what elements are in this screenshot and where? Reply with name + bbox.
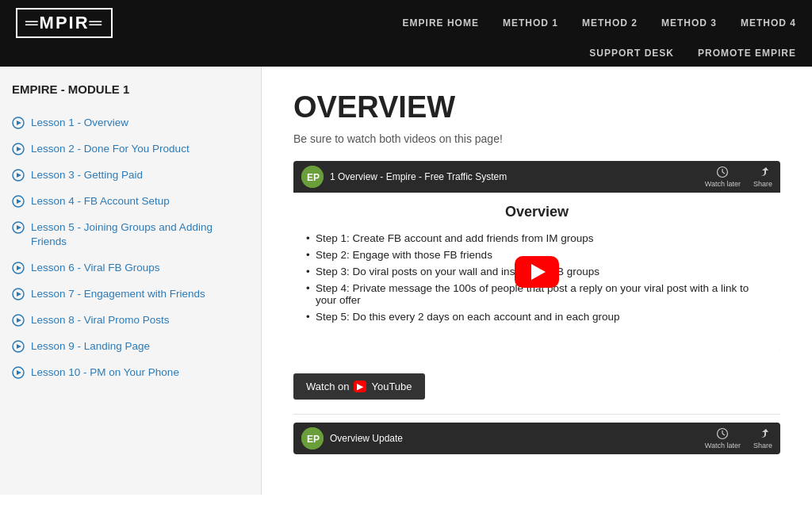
nav-links-top: EMPIRE HOME METHOD 1 METHOD 2 METHOD 3 M… <box>403 17 796 29</box>
nav-method3[interactable]: METHOD 3 <box>661 17 717 29</box>
svg-marker-1 <box>17 121 21 125</box>
video-2-container: EP Overview Update Watch later Share <box>293 423 780 454</box>
video-1-controls: Watch later Share <box>705 166 772 188</box>
share-btn[interactable]: Share <box>753 166 772 188</box>
svg-marker-15 <box>17 318 21 323</box>
play-circle-icon <box>12 340 25 353</box>
top-navigation: ═MPIR═ EMPIRE HOME METHOD 1 METHOD 2 MET… <box>0 0 812 67</box>
lesson-list: Lesson 1 - Overview Lesson 2 - Done For … <box>12 110 249 386</box>
watch-on-youtube-button[interactable]: Watch on ▶ YouTube <box>293 373 425 400</box>
svg-marker-19 <box>17 370 21 375</box>
video-1-title-area: EP 1 Overview - Empire - Free Traffic Sy… <box>301 166 507 188</box>
page-title: OVERVIEW <box>293 90 780 124</box>
lesson-item-10[interactable]: Lesson 10 - PM on Your Phone <box>12 360 249 386</box>
play-circle-icon <box>12 143 25 155</box>
logo[interactable]: ═MPIR═ <box>16 8 113 38</box>
lesson-item-6[interactable]: Lesson 6 - Viral FB Groups <box>12 255 249 281</box>
video-1-title: 1 Overview - Empire - Free Traffic Syste… <box>330 171 507 182</box>
lesson-item-2[interactable]: Lesson 2 - Done For You Product <box>12 136 249 163</box>
nav-method2[interactable]: METHOD 2 <box>582 17 638 29</box>
video-play-button[interactable] <box>515 256 559 288</box>
sidebar: EMPIRE - MODULE 1 Lesson 1 - Overview Le… <box>0 67 262 495</box>
video-2-title-area: EP Overview Update <box>301 427 403 450</box>
video-1-body-title: Overview <box>306 204 768 220</box>
svg-marker-5 <box>17 173 21 178</box>
video2-watch-later-btn[interactable]: Watch later <box>705 427 741 450</box>
lesson-item-9[interactable]: Lesson 9 - Landing Page <box>12 334 249 360</box>
step-5: Step 5: Do this every 2 days on each acc… <box>306 308 768 325</box>
divider <box>293 414 780 415</box>
main-content: OVERVIEW Be sure to watch both videos on… <box>262 67 812 495</box>
watch-on-label: Watch on <box>306 381 349 392</box>
lesson-item-3[interactable]: Lesson 3 - Getting Paid <box>12 163 249 189</box>
nav-empire-home[interactable]: EMPIRE HOME <box>403 17 479 29</box>
page-body: EMPIRE - MODULE 1 Lesson 1 - Overview Le… <box>0 67 812 495</box>
video-2-title: Overview Update <box>330 433 403 444</box>
play-circle-icon <box>12 117 25 129</box>
video-2-avatar: EP <box>301 427 324 450</box>
play-circle-icon <box>12 221 25 234</box>
svg-text:EP: EP <box>307 434 320 445</box>
lesson-item-7[interactable]: Lesson 7 - Engagement with Friends <box>12 281 249 308</box>
watch-later-btn[interactable]: Watch later <box>705 166 741 188</box>
svg-marker-7 <box>17 199 21 204</box>
play-circle-icon <box>12 262 25 274</box>
step-1: Step 1: Create FB account and add friend… <box>306 230 768 247</box>
svg-marker-11 <box>17 266 21 270</box>
video-2-topbar: EP Overview Update Watch later Share <box>293 423 780 454</box>
play-circle-icon <box>12 366 25 379</box>
video-1-container: EP 1 Overview - Empire - Free Traffic Sy… <box>293 161 780 351</box>
play-circle-icon <box>12 169 25 182</box>
sidebar-title: EMPIRE - MODULE 1 <box>12 82 249 96</box>
nav-promote-empire[interactable]: PROMOTE EMPIRE <box>698 48 796 59</box>
youtube-logo: ▶ <box>354 381 366 392</box>
video-1-topbar: EP 1 Overview - Empire - Free Traffic Sy… <box>293 161 780 193</box>
video-1-body: Overview Step 1: Create FB account and a… <box>293 193 780 351</box>
play-circle-icon <box>12 314 25 327</box>
lesson-item-5[interactable]: Lesson 5 - Joining Groups and Adding Fri… <box>12 215 249 256</box>
svg-marker-9 <box>17 225 21 230</box>
svg-marker-17 <box>17 344 21 349</box>
video-2-controls: Watch later Share <box>705 427 772 450</box>
lesson-item-4[interactable]: Lesson 4 - FB Account Setup <box>12 189 249 215</box>
nav-method4[interactable]: METHOD 4 <box>741 17 796 29</box>
youtube-label: YouTube <box>371 381 412 392</box>
lesson-item-1[interactable]: Lesson 1 - Overview <box>12 110 249 136</box>
nav-method1[interactable]: METHOD 1 <box>503 17 558 29</box>
video-avatar: EP <box>301 166 324 188</box>
svg-marker-3 <box>17 147 21 151</box>
nav-links-bottom: SUPPORT DESK PROMOTE EMPIRE <box>589 43 796 67</box>
svg-text:EP: EP <box>307 172 320 183</box>
play-circle-icon <box>12 288 25 300</box>
svg-line-29 <box>722 434 725 435</box>
nav-support-desk[interactable]: SUPPORT DESK <box>589 48 674 59</box>
overview-subtitle: Be sure to watch both videos on this pag… <box>293 132 780 145</box>
play-circle-icon <box>12 195 25 208</box>
svg-line-24 <box>722 172 725 174</box>
svg-marker-13 <box>17 292 21 296</box>
lesson-item-8[interactable]: Lesson 8 - Viral Promo Posts <box>12 308 249 334</box>
video2-share-btn[interactable]: Share <box>753 427 772 450</box>
